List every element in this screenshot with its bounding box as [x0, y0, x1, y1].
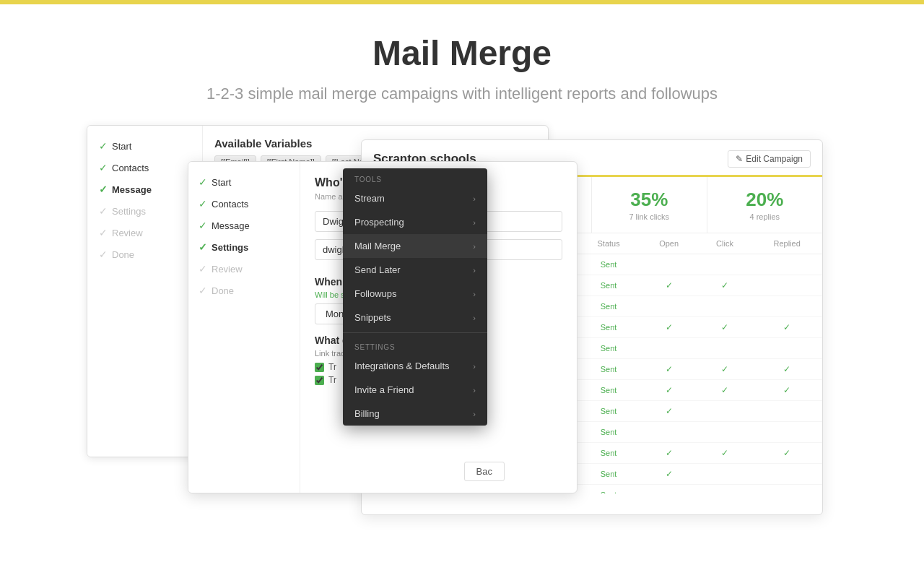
row-click [698, 422, 752, 443]
check-icon: ✓ [199, 198, 207, 210]
menu-item-mailmerge[interactable]: Mail Merge › [343, 234, 487, 258]
chevron-right-icon: › [473, 194, 476, 203]
row-replied [751, 296, 822, 317]
row-open: ✓ [640, 443, 698, 464]
check-icon: ✓ [199, 263, 207, 275]
steps-sidebar2: ✓ Start ✓ Contacts ✓ Message ✓ Settings … [188, 162, 300, 493]
row-status: Sent [577, 275, 640, 296]
row-replied: ✓ [751, 380, 822, 401]
row-status: Sent [577, 359, 640, 380]
stat-clicks: 35% 7 link clicks [592, 177, 707, 233]
row-status: Sent [577, 380, 640, 401]
row-status: Sent [577, 443, 640, 464]
step-message[interactable]: ✓ Message [99, 184, 191, 195]
row-click: ✓ [698, 275, 752, 296]
check-icon: ✓ [199, 241, 207, 253]
page-title: Mail Merge [14, 33, 910, 73]
row-click [698, 401, 752, 422]
menu-item-snippets[interactable]: Snippets › [343, 306, 487, 329]
menu-divider [343, 332, 487, 333]
row-status: Sent [577, 296, 640, 317]
row-open: ✓ [640, 464, 698, 485]
row-status: Sent [577, 401, 640, 422]
row-open: ✓ [640, 401, 698, 422]
row-click [698, 254, 752, 275]
row-status: Sent [577, 422, 640, 443]
screenshot-area: ✓ Start ✓ Contacts ✓ Message ✓ Settings … [87, 125, 837, 530]
check-icon: ✓ [99, 227, 108, 238]
step2-done[interactable]: ✓ Done [199, 285, 289, 296]
chevron-right-icon: › [473, 386, 476, 394]
steps-sidebar: ✓ Start ✓ Contacts ✓ Message ✓ Settings … [87, 126, 203, 457]
step2-contacts[interactable]: ✓ Contacts [199, 198, 289, 210]
chevron-right-icon: › [473, 290, 476, 298]
row-open [640, 338, 698, 359]
check-icon: ✓ [99, 140, 108, 152]
chevron-right-icon: › [473, 410, 476, 418]
menu-item-followups[interactable]: Followups › [343, 282, 487, 306]
page-subtitle: 1-2-3 simple mail merge campaigns with i… [14, 85, 910, 103]
menu-item-billing[interactable]: Billing › [343, 402, 487, 426]
row-open: ✓ [640, 275, 698, 296]
row-replied [751, 422, 822, 443]
step2-review[interactable]: ✓ Review [199, 263, 289, 275]
menu-item-stream[interactable]: Stream › [343, 186, 487, 210]
dropdown-menu: TOOLS Stream › Prospecting › Mail Merge … [343, 168, 487, 426]
check-icon: ✓ [99, 205, 108, 217]
row-status: Sent [577, 485, 640, 494]
row-open [640, 296, 698, 317]
row-replied [751, 464, 822, 485]
check-icon: ✓ [99, 249, 108, 260]
row-open [640, 254, 698, 275]
track-open-checkbox[interactable] [315, 363, 324, 372]
row-replied [751, 338, 822, 359]
row-replied: ✓ [751, 317, 822, 338]
row-replied: ✓ [751, 443, 822, 464]
menu-item-integrations[interactable]: Integrations & Defaults › [343, 354, 487, 378]
row-click: ✓ [698, 317, 752, 338]
row-open [640, 422, 698, 443]
hero-section: Mail Merge 1-2-3 simple mail merge campa… [0, 4, 924, 125]
col-click: Click [698, 233, 752, 254]
step2-start[interactable]: ✓ Start [199, 176, 289, 188]
track-click-checkbox[interactable] [315, 376, 324, 385]
edit-icon: ✎ [736, 154, 743, 164]
step-start[interactable]: ✓ Start [99, 140, 191, 152]
chevron-right-icon: › [473, 362, 476, 371]
row-open [640, 485, 698, 494]
col-status: Status [577, 233, 640, 254]
row-status: Sent [577, 254, 640, 275]
step-done[interactable]: ✓ Done [99, 249, 191, 260]
chevron-right-icon: › [473, 242, 476, 251]
menu-item-prospecting[interactable]: Prospecting › [343, 210, 487, 234]
row-open: ✓ [640, 359, 698, 380]
row-click [698, 464, 752, 485]
back-button[interactable]: Bac [464, 462, 505, 481]
chevron-right-icon: › [473, 314, 476, 322]
row-click [698, 296, 752, 317]
tools-section-label: TOOLS [343, 168, 487, 186]
step-contacts[interactable]: ✓ Contacts [99, 162, 191, 173]
check-icon: ✓ [199, 285, 207, 296]
check-icon: ✓ [99, 162, 108, 173]
step-review[interactable]: ✓ Review [99, 227, 191, 238]
row-open: ✓ [640, 317, 698, 338]
check-icon: ✓ [199, 176, 207, 188]
row-click: ✓ [698, 443, 752, 464]
row-click: ✓ [698, 380, 752, 401]
settings-section-label: SETTINGS [343, 336, 487, 354]
row-replied [751, 275, 822, 296]
step-settings[interactable]: ✓ Settings [99, 205, 191, 217]
menu-item-invite[interactable]: Invite a Friend › [343, 378, 487, 402]
row-status: Sent [577, 338, 640, 359]
row-click [698, 338, 752, 359]
row-status: Sent [577, 317, 640, 338]
edit-campaign-button[interactable]: ✎ Edit Campaign [728, 150, 811, 168]
step2-message[interactable]: ✓ Message [199, 220, 289, 231]
chevron-right-icon: › [473, 218, 476, 227]
row-click: ✓ [698, 359, 752, 380]
row-replied [751, 254, 822, 275]
menu-item-sendlater[interactable]: Send Later › [343, 258, 487, 282]
col-replied: Replied [751, 233, 822, 254]
step2-settings[interactable]: ✓ Settings [199, 241, 289, 253]
